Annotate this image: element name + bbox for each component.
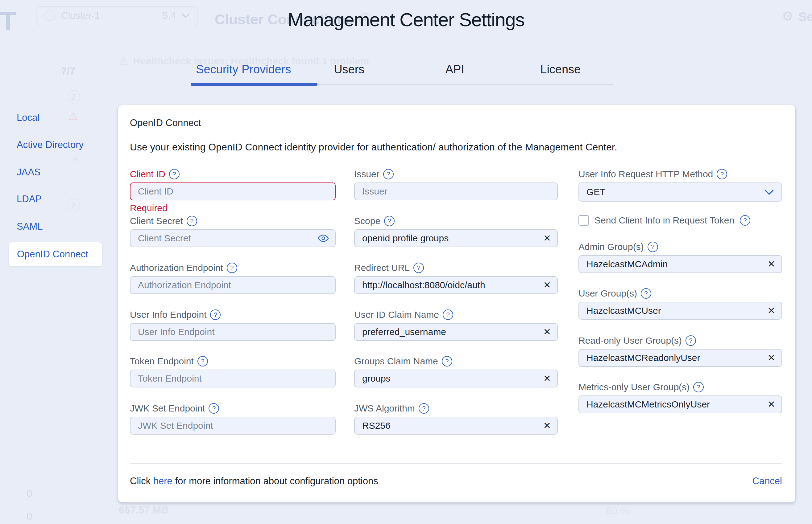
tab-security-providers[interactable]: Security Providers xyxy=(191,61,297,86)
field-client-secret: Client Secret? xyxy=(130,215,336,247)
tab-license[interactable]: License xyxy=(508,61,614,86)
warning-icon: ⚠ xyxy=(119,55,128,67)
sidebar-item-openid-connect[interactable]: OpenID Connect xyxy=(8,242,102,267)
help-icon[interactable]: ? xyxy=(413,263,424,273)
clear-icon[interactable]: ✕ xyxy=(543,327,551,337)
issuer-label: Issuer xyxy=(354,169,380,179)
http-method-value: GET xyxy=(587,187,606,197)
help-icon[interactable]: ? xyxy=(210,310,221,320)
help-icon[interactable]: ? xyxy=(197,356,208,366)
field-user-info-endpoint: User Info Endpoint? xyxy=(130,309,336,341)
help-icon[interactable]: ? xyxy=(169,169,179,179)
client-id-required-message: Required xyxy=(130,203,336,213)
backdrop-stat-percent: 80 % xyxy=(606,505,629,517)
field-redirect-url: Redirect URL? ✕ xyxy=(354,262,558,294)
field-groups-claim-name: Groups Claim Name? ✕ xyxy=(354,355,558,388)
redirect-url-input[interactable] xyxy=(354,276,558,294)
footer-here-link[interactable]: here xyxy=(153,476,173,486)
readonly-user-groups-input[interactable] xyxy=(578,349,782,367)
sidebar-item-local[interactable]: Local xyxy=(8,109,102,127)
panel-heading: OpenID Connect xyxy=(130,117,201,129)
clear-icon[interactable]: ✕ xyxy=(543,280,551,290)
panel-description: Use your existing OpenID Connect identit… xyxy=(130,142,617,153)
metrics-only-user-groups-label: Metrics-only User Group(s) xyxy=(578,382,689,392)
clear-icon[interactable]: ✕ xyxy=(768,260,775,269)
field-send-client-info: Send Client Info in Request Token ? xyxy=(578,215,782,226)
help-icon[interactable]: ? xyxy=(227,263,237,273)
send-client-info-label: Send Client Info in Request Token xyxy=(594,215,734,226)
clear-icon[interactable]: ✕ xyxy=(768,400,775,409)
help-icon[interactable]: ? xyxy=(209,403,219,414)
sidebar-item-saml[interactable]: SAML xyxy=(8,217,102,236)
jwk-set-endpoint-label: JWK Set Endpoint xyxy=(130,403,205,414)
clear-icon[interactable]: ✕ xyxy=(768,353,775,362)
field-readonly-user-groups: Read-only User Group(s)? ✕ xyxy=(578,335,782,367)
scope-input[interactable] xyxy=(354,229,558,247)
openid-connect-panel: OpenID Connect Use your existing OpenID … xyxy=(118,105,795,503)
tab-users[interactable]: Users xyxy=(297,61,402,86)
page-title: Management Center Settings xyxy=(0,9,812,31)
user-groups-input[interactable] xyxy=(578,302,782,320)
client-secret-label: Client Secret xyxy=(130,216,183,226)
help-icon[interactable]: ? xyxy=(443,310,453,320)
help-icon[interactable]: ? xyxy=(187,216,197,226)
footer-divider xyxy=(130,463,782,463)
issuer-input[interactable] xyxy=(354,182,558,200)
field-admin-groups: Admin Group(s)? ✕ xyxy=(578,241,782,273)
user-info-endpoint-input[interactable] xyxy=(130,323,336,341)
clear-icon[interactable]: ✕ xyxy=(768,306,775,315)
help-icon[interactable]: ? xyxy=(383,169,394,179)
clear-icon[interactable]: ✕ xyxy=(543,374,551,383)
sidebar-item-ldap[interactable]: LDAP xyxy=(8,190,102,208)
sidebar-item-active-directory[interactable]: Active Directory xyxy=(8,136,102,154)
clear-icon[interactable]: ✕ xyxy=(543,234,551,243)
token-endpoint-input[interactable] xyxy=(130,370,336,388)
authorization-endpoint-input[interactable] xyxy=(130,276,336,294)
field-issuer: Issuer? xyxy=(354,168,558,200)
metrics-only-user-groups-input[interactable] xyxy=(578,395,782,413)
field-jwk-set-endpoint: JWK Set Endpoint? xyxy=(130,403,336,435)
client-secret-input[interactable] xyxy=(130,229,336,247)
eye-icon[interactable] xyxy=(318,234,329,242)
admin-groups-label: Admin Group(s) xyxy=(578,242,644,252)
help-icon[interactable]: ? xyxy=(717,169,727,179)
panel-footer: Click here for more information about co… xyxy=(130,474,782,489)
field-token-endpoint: Token Endpoint? xyxy=(130,355,336,388)
http-method-label: User Info Request HTTP Method xyxy=(578,169,713,179)
help-icon[interactable]: ? xyxy=(648,242,658,252)
help-icon[interactable]: ? xyxy=(693,382,704,392)
user-id-claim-name-input[interactable] xyxy=(354,323,558,341)
http-method-select[interactable]: GET xyxy=(578,182,782,201)
scope-label: Scope xyxy=(354,216,380,226)
jws-algorithm-input[interactable] xyxy=(354,417,558,435)
admin-groups-input[interactable] xyxy=(578,255,782,273)
help-icon[interactable]: ? xyxy=(641,288,651,299)
help-icon[interactable]: ? xyxy=(685,335,696,346)
help-icon[interactable]: ? xyxy=(740,215,750,226)
help-icon[interactable]: ? xyxy=(419,403,429,414)
help-icon[interactable]: ? xyxy=(442,356,452,366)
chevron-down-icon xyxy=(764,187,774,197)
send-client-info-checkbox[interactable] xyxy=(578,215,589,226)
field-scope: Scope? ✕ xyxy=(354,215,558,247)
authorization-endpoint-label: Authorization Endpoint xyxy=(130,263,223,273)
token-endpoint-label: Token Endpoint xyxy=(130,356,194,366)
groups-claim-name-input[interactable] xyxy=(354,370,558,388)
cancel-button[interactable]: Cancel xyxy=(752,476,782,487)
field-user-info-request-http-method: User Info Request HTTP Method? GET xyxy=(578,168,782,201)
field-client-id: Client ID? Required xyxy=(130,168,336,213)
jws-algorithm-label: JWS Algorithm xyxy=(354,403,415,414)
user-id-claim-name-label: User ID Claim Name xyxy=(354,310,439,320)
clear-icon[interactable]: ✕ xyxy=(543,421,551,430)
tab-api[interactable]: API xyxy=(402,61,508,86)
sidebar-item-jaas[interactable]: JAAS xyxy=(8,163,102,182)
user-info-endpoint-label: User Info Endpoint xyxy=(130,310,206,320)
user-groups-label: User Group(s) xyxy=(578,288,637,299)
client-id-input[interactable] xyxy=(130,182,336,200)
management-center-settings-page: T Cluster-1 5.4 Cluster Connections + ⚙ … xyxy=(0,0,812,524)
help-icon[interactable]: ? xyxy=(384,216,395,226)
redirect-url-label: Redirect URL xyxy=(354,263,410,273)
settings-tabs: Security Providers Users API License xyxy=(191,61,613,86)
jwk-set-endpoint-input[interactable] xyxy=(130,417,336,435)
footer-info-text: Click here for more information about co… xyxy=(130,476,378,487)
